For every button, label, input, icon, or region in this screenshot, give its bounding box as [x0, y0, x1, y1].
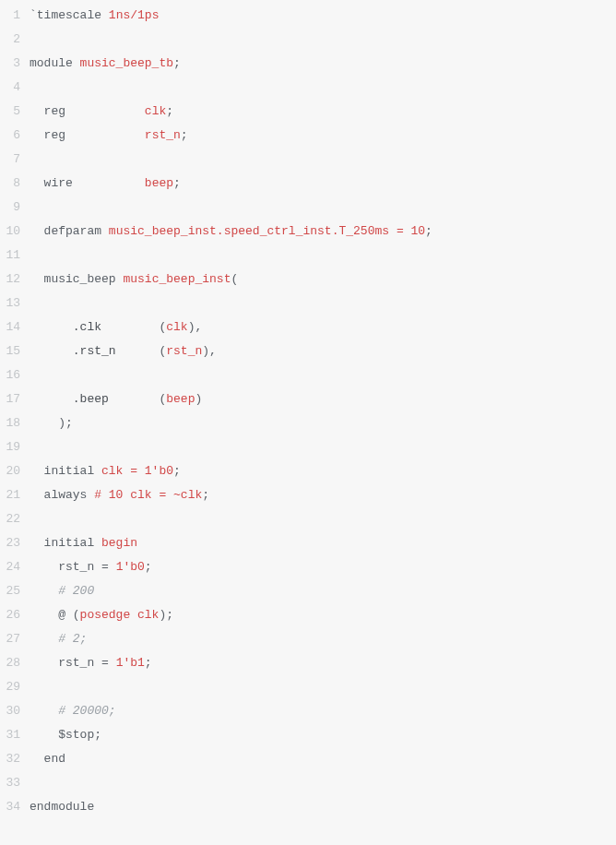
token [30, 584, 58, 598]
token: ; [145, 656, 152, 670]
token: music_beep_inst [123, 272, 231, 286]
line-number: 27 [0, 627, 30, 651]
code-content: music_beep music_beep_inst( [30, 268, 238, 292]
line-number: 11 [0, 244, 30, 268]
code-line: 16 [0, 363, 616, 387]
code-content: initial begin [30, 531, 137, 555]
code-content: rst_n = 1'b1; [30, 651, 152, 675]
token: clk = 1'b0 [101, 464, 173, 478]
line-number: 28 [0, 651, 30, 675]
code-line: 27 # 2; [0, 627, 616, 651]
line-number: 32 [0, 747, 30, 771]
token: endmodule [30, 800, 94, 814]
code-content: module music_beep_tb; [30, 52, 181, 76]
code-line: 15 .rst_n (rst_n), [0, 339, 616, 363]
token: $stop; [30, 728, 101, 742]
line-number: 5 [0, 100, 30, 124]
token: begin [101, 536, 137, 550]
token: .rst_n [73, 344, 160, 358]
line-number: 10 [0, 220, 30, 244]
line-number: 33 [0, 771, 30, 795]
code-content: reg clk; [30, 100, 173, 124]
line-number: 21 [0, 483, 30, 507]
token: # 10 clk = ~clk [94, 488, 202, 502]
token: rst_n [145, 128, 181, 142]
line-number: 17 [0, 387, 30, 411]
line-number: 18 [0, 411, 30, 435]
code-line: 29 [0, 675, 616, 699]
line-number: 25 [0, 579, 30, 603]
code-content: .clk (clk), [30, 315, 202, 339]
code-content: ); [30, 411, 73, 435]
code-line: 11 [0, 244, 616, 268]
code-line: 10 defparam music_beep_inst.speed_ctrl_i… [0, 220, 616, 244]
code-content: $stop; [30, 723, 101, 747]
token: 1ns/1ps [109, 8, 160, 22]
line-number: 3 [0, 52, 30, 76]
code-line: 22 [0, 507, 616, 531]
line-number: 29 [0, 675, 30, 699]
code-line: 13 [0, 292, 616, 315]
line-number: 34 [0, 795, 30, 819]
code-line: 21 always # 10 clk = ~clk; [0, 483, 616, 507]
token: ; [173, 176, 181, 190]
token: initial [30, 536, 101, 550]
token: ) [195, 392, 202, 406]
code-line: 23 initial begin [0, 531, 616, 555]
token: beep [145, 176, 173, 190]
token: ; [145, 560, 152, 574]
token [30, 632, 58, 646]
code-content: always # 10 clk = ~clk; [30, 483, 209, 507]
line-number: 22 [0, 507, 30, 531]
token [30, 392, 73, 406]
token: music_beep_tb [80, 56, 173, 70]
line-number: 20 [0, 459, 30, 483]
code-content: reg rst_n; [30, 124, 188, 148]
code-line: 17 .beep (beep) [0, 387, 616, 411]
line-number: 1 [0, 4, 30, 28]
code-line: 1`timescale 1ns/1ps [0, 4, 616, 28]
token: music_beep_inst.speed_ctrl_inst.T_250ms … [109, 224, 425, 238]
code-line: 3module music_beep_tb; [0, 52, 616, 76]
code-content: # 200 [30, 579, 94, 603]
code-content: @ (posedge clk); [30, 603, 173, 627]
code-line: 25 # 200 [0, 579, 616, 603]
line-number: 31 [0, 723, 30, 747]
code-line: 28 rst_n = 1'b1; [0, 651, 616, 675]
token: ; [425, 224, 432, 238]
token: clk [166, 320, 187, 334]
token: module [30, 56, 80, 70]
code-line: 7 [0, 148, 616, 172]
code-line: 24 rst_n = 1'b0; [0, 555, 616, 579]
code-line: 5 reg clk; [0, 100, 616, 124]
line-number: 9 [0, 196, 30, 220]
code-content: end [30, 747, 65, 771]
token: rst_n [166, 344, 202, 358]
token: end [30, 752, 65, 766]
token: wire [30, 176, 145, 190]
code-line: 8 wire beep; [0, 172, 616, 196]
line-number: 19 [0, 435, 30, 459]
line-number: 23 [0, 531, 30, 555]
token: defparam [30, 224, 109, 238]
token: ); [30, 416, 73, 430]
token: 1'b0 [116, 560, 145, 574]
token: .beep [73, 392, 160, 406]
code-content: .rst_n (rst_n), [30, 339, 217, 363]
code-line: 20 initial clk = 1'b0; [0, 459, 616, 483]
code-line: 6 reg rst_n; [0, 124, 616, 148]
token: reg [30, 104, 145, 118]
token: posedge clk [80, 608, 160, 622]
token: ), [188, 320, 203, 334]
code-line: 4 [0, 76, 616, 100]
code-content: rst_n = 1'b0; [30, 555, 152, 579]
line-number: 2 [0, 28, 30, 52]
code-content: wire beep; [30, 172, 181, 196]
token: initial [30, 464, 101, 478]
token: ( [231, 272, 238, 286]
token [30, 704, 58, 718]
token: ), [202, 344, 217, 358]
code-content: initial clk = 1'b0; [30, 459, 181, 483]
token: # 200 [58, 584, 94, 598]
token: # 2; [58, 632, 87, 646]
